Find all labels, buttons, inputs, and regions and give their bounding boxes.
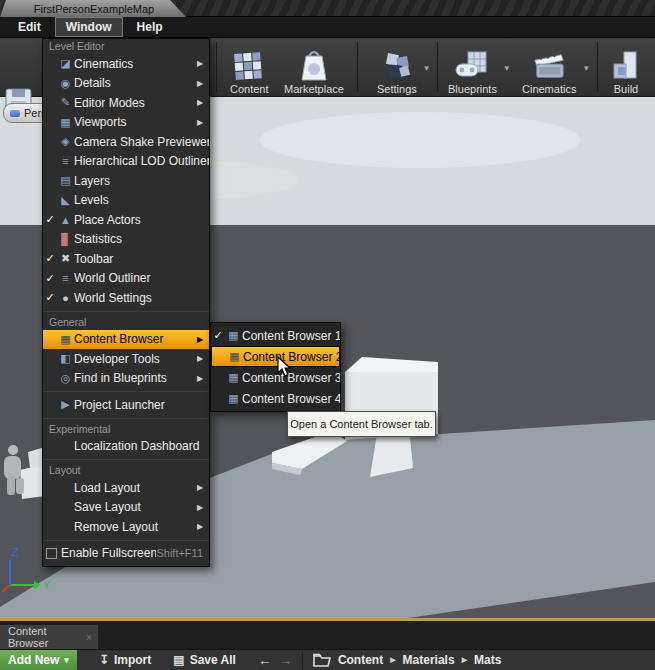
viewports-icon: ▦ — [57, 116, 74, 129]
menu-item-localization-dashboard[interactable]: Localization Dashboard — [43, 437, 209, 457]
folder-icon — [313, 653, 331, 667]
menubar-help[interactable]: Help — [127, 18, 173, 36]
world-settings-icon: ● — [57, 292, 74, 304]
add-new-button[interactable]: Add New ▾ — [0, 650, 77, 670]
section-experimental: Experimental — [43, 422, 209, 437]
save-all-label: Save All — [190, 653, 236, 667]
content-browser-submenu: ✓ ▦ Content Browser 1 ▦ Content Browser … — [210, 322, 341, 412]
content-icon — [231, 49, 267, 83]
check-icon: ✓ — [43, 291, 57, 304]
menu-item-find-in-blueprints[interactable]: ◎ Find in Blueprints ▶ — [43, 369, 209, 389]
developer-tools-icon: ◧ — [57, 352, 74, 365]
menu-separator — [43, 540, 209, 541]
menubar-edit[interactable]: Edit — [8, 18, 51, 36]
add-new-label: Add New — [8, 653, 59, 667]
import-label: Import — [114, 653, 151, 667]
toolbar-content-button[interactable]: Content — [230, 40, 269, 95]
unreal-editor-window: Z Y FirstPersonExampleMap Edit Window He… — [0, 0, 655, 670]
submenu-arrow-icon: ▶ — [197, 59, 209, 68]
fullscreen-checkbox[interactable] — [46, 548, 57, 559]
save-all-button[interactable]: ▤ Save All — [173, 653, 236, 667]
check-icon: ✓ — [43, 213, 57, 226]
blueprints-dropdown-icon[interactable]: ▾ — [504, 63, 509, 73]
import-icon: ↧ — [99, 653, 109, 667]
hlod-icon: ≡ — [57, 155, 74, 167]
title-bar: FirstPersonExampleMap — [0, 0, 655, 17]
content-browser-icon: ▦ — [225, 371, 242, 384]
menu-item-enable-fullscreen[interactable]: Enable Fullscreen Shift+F11 — [43, 544, 209, 564]
menu-item-world-settings[interactable]: ✓ ● World Settings — [43, 288, 209, 308]
menu-item-layers[interactable]: ▤ Layers — [43, 171, 209, 191]
toolbar-settings-button[interactable]: Settings ▾ — [377, 40, 417, 95]
breadcrumb-mats[interactable]: Mats — [474, 653, 501, 667]
toolbar-build-button[interactable]: Build — [608, 40, 644, 95]
levels-icon: ◣ — [57, 194, 74, 207]
menu-item-content-browser[interactable]: ▦ Content Browser ▶ — [43, 330, 209, 350]
menu-separator — [43, 391, 209, 392]
details-icon: ◉ — [57, 77, 74, 90]
submenu-arrow-icon: ▶ — [197, 335, 209, 344]
tab-close-icon[interactable]: × — [86, 632, 92, 643]
menu-item-save-layout[interactable]: Save Layout ▶ — [43, 498, 209, 518]
settings-icon — [379, 49, 415, 83]
submenu-arrow-icon: ▶ — [197, 354, 209, 363]
save-all-icon: ▤ — [173, 653, 184, 667]
breadcrumb-materials[interactable]: Materials — [403, 653, 455, 667]
submenu-arrow-icon: ▶ — [197, 503, 209, 512]
cinematics-dropdown-icon[interactable]: ▾ — [584, 63, 589, 73]
content-browser-icon: ▦ — [57, 333, 74, 346]
content-browser-tab-label: Content Browser — [8, 625, 86, 649]
menu-item-load-layout[interactable]: Load Layout ▶ — [43, 478, 209, 498]
toolbar-icon: ✖ — [57, 252, 74, 265]
place-actors-icon: ▲ — [57, 214, 74, 226]
import-button[interactable]: ↧ Import — [99, 653, 151, 667]
menu-item-toolbar[interactable]: ✓ ✖ Toolbar — [43, 249, 209, 269]
submenu-item-content-browser-1[interactable]: ✓ ▦ Content Browser 1 — [211, 325, 340, 346]
toolbar-cinematics-button[interactable]: Cinematics ▾ — [522, 40, 576, 95]
menu-item-developer-tools[interactable]: ◧ Developer Tools ▶ — [43, 349, 209, 369]
world-outliner-icon: ≡ — [57, 272, 74, 284]
submenu-arrow-icon: ▶ — [197, 483, 209, 492]
menu-separator — [43, 459, 209, 460]
menubar-window[interactable]: Window — [55, 17, 123, 37]
menu-item-details[interactable]: ◉ Details ▶ — [43, 74, 209, 94]
submenu-arrow-icon: ▶ — [197, 98, 209, 107]
forward-arrow-icon[interactable]: → — [279, 653, 292, 668]
toolbar-blueprints-button[interactable]: Blueprints ▾ — [448, 40, 497, 95]
settings-dropdown-icon[interactable]: ▾ — [424, 63, 429, 73]
submenu-item-content-browser-2[interactable]: ▦ Content Browser 2 — [211, 346, 340, 367]
axis-z-label: Z — [12, 546, 19, 558]
marketplace-icon — [296, 49, 332, 83]
breadcrumb-content[interactable]: Content — [338, 653, 383, 667]
toolbar-settings-label: Settings — [377, 83, 417, 95]
content-browser-tab[interactable]: Content Browser × — [0, 625, 98, 649]
menu-item-camera-shake-previewer[interactable]: ◈ Camera Shake Previewer — [43, 132, 209, 152]
mouse-cursor — [277, 356, 293, 378]
fullscreen-shortcut: Shift+F11 — [156, 547, 209, 559]
menu-item-place-actors[interactable]: ✓ ▲ Place Actors — [43, 210, 209, 230]
back-arrow-icon[interactable]: ← — [258, 653, 271, 668]
menu-item-cinematics[interactable]: ◪ Cinematics ▶ — [43, 54, 209, 74]
submenu-item-content-browser-4[interactable]: ▦ Content Browser 4 — [211, 388, 340, 409]
menu-item-viewports[interactable]: ▦ Viewports ▶ — [43, 113, 209, 133]
layers-icon: ▤ — [57, 174, 74, 187]
breadcrumb-sep-icon: ▶ — [462, 656, 467, 664]
section-level-editor: Level Editor — [43, 39, 209, 54]
toolbar-content-label: Content — [230, 83, 269, 95]
mannequin-figure — [8, 445, 18, 455]
section-general: General — [43, 315, 209, 330]
level-tab[interactable]: FirstPersonExampleMap — [0, 0, 188, 17]
menu-item-editor-modes[interactable]: ✎ Editor Modes ▶ — [43, 93, 209, 113]
menu-item-world-outliner[interactable]: ✓ ≡ World Outliner — [43, 269, 209, 289]
tooltip-text: Open a Content Browser tab. — [290, 418, 432, 430]
menu-item-project-launcher[interactable]: ▶ Project Launcher — [43, 395, 209, 415]
toolbar-marketplace-button[interactable]: Marketplace — [284, 40, 344, 95]
breadcrumb: Content ▶ Materials ▶ Mats — [338, 653, 501, 667]
menu-item-statistics[interactable]: ▊ Statistics — [43, 230, 209, 250]
menu-item-hierarchical-lod-outliner[interactable]: ≡ Hierarchical LOD Outliner — [43, 152, 209, 172]
menu-item-levels[interactable]: ◣ Levels — [43, 191, 209, 211]
cinematics-icon-large — [531, 49, 567, 83]
menu-item-remove-layout[interactable]: Remove Layout ▶ — [43, 517, 209, 537]
submenu-item-content-browser-3[interactable]: ▦ Content Browser 3 — [211, 367, 340, 388]
toolbar-blueprints-label: Blueprints — [448, 83, 497, 95]
